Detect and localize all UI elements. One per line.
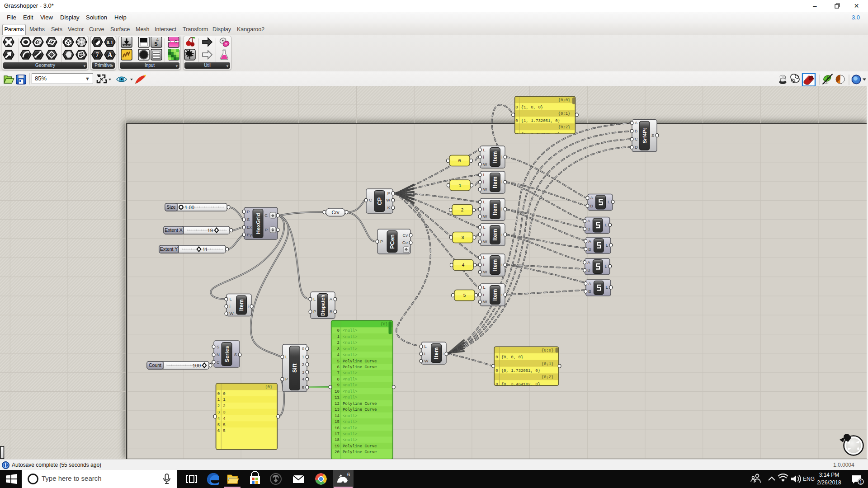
svg-text:0: 0 xyxy=(515,105,518,110)
svg-text:B: B xyxy=(588,289,591,294)
svg-text:B: B xyxy=(587,267,590,272)
svg-text:<null>: <null> xyxy=(343,347,357,352)
svg-text:0: 0 xyxy=(515,119,518,123)
svg-text:0: 0 xyxy=(458,159,461,164)
svg-text:i: i xyxy=(501,232,502,237)
svg-text:L: L xyxy=(483,199,486,204)
svg-text:<null>: <null> xyxy=(343,383,357,388)
svg-text:1: 1 xyxy=(223,398,225,402)
svg-text:18: 18 xyxy=(335,438,340,442)
svg-text:i: i xyxy=(501,179,502,184)
svg-text:12: 12 xyxy=(335,402,340,406)
svg-text:C: C xyxy=(217,360,220,365)
svg-text:3: 3 xyxy=(223,410,225,415)
svg-text:1: 1 xyxy=(217,398,220,402)
svg-text:Ey: Ey xyxy=(247,232,252,237)
svg-text:L: L xyxy=(483,285,486,290)
svg-text:{0}: {0} xyxy=(381,322,388,327)
svg-text:7: 7 xyxy=(337,371,339,375)
svg-text:{0, 0, 0}: {0, 0, 0} xyxy=(501,355,524,360)
svg-text:i: i xyxy=(483,155,484,160)
svg-text:PCen: PCen xyxy=(389,235,396,249)
svg-text:S: S xyxy=(217,344,219,349)
svg-text:Count: Count xyxy=(149,362,161,368)
svg-text:4: 4 xyxy=(337,353,339,357)
svg-text:11: 11 xyxy=(203,247,208,252)
svg-text:L: L xyxy=(285,354,288,359)
svg-text:3: 3 xyxy=(302,370,304,375)
svg-text:3: 3 xyxy=(337,347,339,352)
svg-text:i: i xyxy=(483,232,484,237)
svg-text:100: 100 xyxy=(193,363,201,368)
svg-text:A: A xyxy=(108,52,113,58)
svg-text:i: i xyxy=(443,351,443,356)
svg-text:W: W xyxy=(230,311,234,316)
svg-text:i: i xyxy=(483,262,484,267)
svg-text:<null>: <null> xyxy=(343,426,357,431)
svg-text:Item: Item xyxy=(492,259,498,271)
svg-text:1: 1 xyxy=(302,354,304,359)
svg-text:6: 6 xyxy=(347,472,350,477)
svg-text:Item: Item xyxy=(492,229,498,241)
svg-text:5: 5 xyxy=(223,423,225,427)
svg-text:K: K xyxy=(387,205,391,210)
svg-text:<null>: <null> xyxy=(343,414,357,418)
svg-text:{0;2}: {0;2} xyxy=(558,125,570,130)
svg-text:L: L xyxy=(606,243,608,248)
svg-text:4: 4 xyxy=(462,263,464,268)
svg-text:Extent Y: Extent Y xyxy=(160,246,178,252)
svg-text:Item: Item xyxy=(492,151,498,163)
svg-text:B: B xyxy=(590,203,593,208)
svg-text:W: W xyxy=(386,197,390,202)
svg-text:i: i xyxy=(501,292,502,297)
svg-text:Polyline Curve: Polyline Curve xyxy=(343,444,377,449)
svg-text:B: B xyxy=(587,226,590,231)
svg-text:Dispatch: Dispatch xyxy=(320,295,326,316)
svg-text:A: A xyxy=(587,260,590,265)
svg-text:2: 2 xyxy=(217,404,220,408)
svg-text:L: L xyxy=(608,199,610,204)
svg-text:Polyline Curve: Polyline Curve xyxy=(343,402,377,406)
svg-text:L: L xyxy=(483,255,486,260)
svg-text:A: A xyxy=(635,120,638,125)
svg-text:W: W xyxy=(483,162,487,167)
svg-text:<null>: <null> xyxy=(343,389,357,394)
svg-text:i: i xyxy=(483,206,484,211)
svg-text:i: i xyxy=(501,206,502,211)
svg-text:Item: Item xyxy=(238,299,245,311)
svg-text:19: 19 xyxy=(208,228,213,233)
svg-text:13: 13 xyxy=(335,408,340,412)
svg-text:W: W xyxy=(483,299,487,304)
svg-text:P: P xyxy=(387,191,390,196)
svg-text:<null>: <null> xyxy=(343,377,357,382)
svg-text:0.1: 0.1 xyxy=(107,40,113,45)
svg-text:6: 6 xyxy=(337,365,339,370)
svg-text:2: 2 xyxy=(223,404,225,408)
svg-text:5: 5 xyxy=(337,359,339,364)
svg-text:N: N xyxy=(217,352,220,357)
svg-text:Item: Item xyxy=(492,204,498,216)
svg-text:B: B xyxy=(635,128,637,133)
svg-text:0: 0 xyxy=(302,346,304,351)
svg-text:{0;1}: {0;1} xyxy=(558,112,570,116)
svg-text:Item: Item xyxy=(433,347,439,359)
svg-text:Crv: Crv xyxy=(331,210,340,215)
svg-text:L: L xyxy=(483,172,486,177)
svg-text:{1, 1.732051, 0}: {1, 1.732051, 0} xyxy=(521,119,560,123)
svg-text:Series: Series xyxy=(224,346,230,362)
svg-text:Polyline Curve: Polyline Curve xyxy=(343,359,377,364)
svg-text:10: 10 xyxy=(335,389,340,394)
svg-text:4: 4 xyxy=(223,417,225,421)
svg-text:<null>: <null> xyxy=(343,438,357,442)
svg-text:Polyline Curve: Polyline Curve xyxy=(343,365,377,370)
svg-text:A: A xyxy=(588,281,591,286)
svg-text:A: A xyxy=(590,195,594,200)
svg-text:W: W xyxy=(483,269,487,274)
svg-text:L: L xyxy=(230,296,232,301)
svg-text:0: 0 xyxy=(495,355,498,360)
svg-text:P: P xyxy=(247,209,250,214)
svg-text:A: A xyxy=(587,218,590,223)
svg-text:C: C xyxy=(369,197,372,202)
svg-text:i: i xyxy=(248,304,249,309)
svg-text:0: 0 xyxy=(223,392,225,396)
